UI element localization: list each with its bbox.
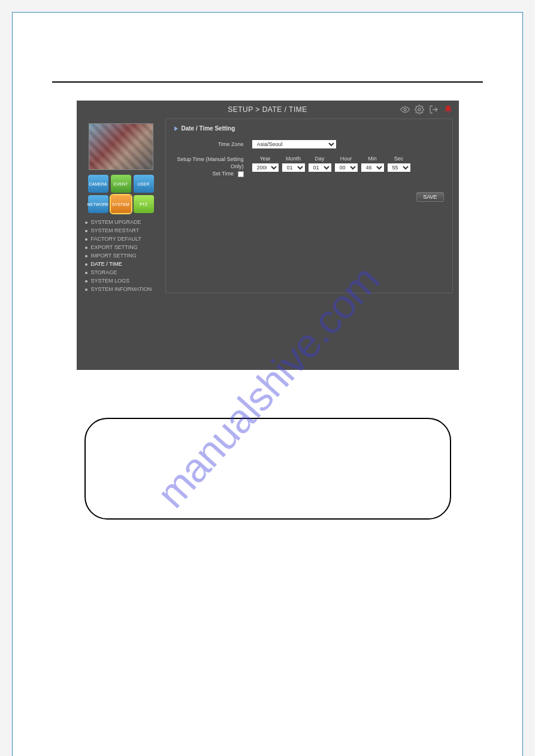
min-column: Min 46 xyxy=(361,156,384,172)
time-grid: Year 2000 Month 01 Day 01 Hour xyxy=(252,156,410,172)
sidebar-item-date-time[interactable]: DATE / TIME xyxy=(83,260,159,268)
note-box xyxy=(84,418,451,520)
settime-row: Setup Time (Manual Setting Only) Set Tim… xyxy=(174,156,444,177)
sidebar-item-system-restart[interactable]: SYSTEM RESTART xyxy=(83,226,159,235)
svg-point-1 xyxy=(418,108,421,111)
sec-column: Sec 55 xyxy=(388,156,410,172)
topbar: SETUP > DATE / TIME xyxy=(77,101,459,119)
main-panel: Date / Time Setting Time Zone Asia/Seoul… xyxy=(165,119,453,293)
sidebar-item-system-logs[interactable]: SYSTEM LOGS xyxy=(83,277,159,285)
sec-select[interactable]: 55 xyxy=(388,163,410,172)
nav-user-button[interactable]: USER xyxy=(134,175,154,193)
sidebar-item-export-setting[interactable]: EXPORT SETTING xyxy=(83,243,159,251)
hour-select[interactable]: 00 xyxy=(335,163,358,172)
svg-point-0 xyxy=(404,108,406,111)
horizontal-divider xyxy=(52,81,483,83)
year-column: Year 2000 xyxy=(252,156,279,172)
min-label: Min xyxy=(361,156,384,162)
gear-icon[interactable] xyxy=(415,105,424,114)
eye-icon[interactable] xyxy=(400,105,410,114)
month-label: Month xyxy=(282,156,305,162)
nav-event-button[interactable]: EVENT xyxy=(111,175,131,193)
save-button[interactable]: SAVE xyxy=(416,192,443,202)
alarm-icon[interactable] xyxy=(443,105,453,114)
sidebar-item-storage[interactable]: STORAGE xyxy=(83,268,159,277)
nav-camera-button[interactable]: CAMERA xyxy=(88,175,108,193)
day-column: Day 01 xyxy=(309,156,331,172)
month-select[interactable]: 01 xyxy=(282,163,305,172)
nav-system-button[interactable]: SYSTEM xyxy=(111,195,131,213)
month-column: Month 01 xyxy=(282,156,305,172)
year-label: Year xyxy=(252,156,279,162)
sec-label: Sec xyxy=(388,156,410,162)
nav-network-button[interactable]: NETWORK xyxy=(88,195,108,213)
app-window: SETUP > DATE / TIME CAMERAEVENTUSERNETWO… xyxy=(77,101,459,370)
hour-label: Hour xyxy=(335,156,358,162)
section-title: Date / Time Setting xyxy=(174,125,444,132)
hour-column: Hour 00 xyxy=(335,156,358,172)
min-select[interactable]: 46 xyxy=(361,163,384,172)
day-select[interactable]: 01 xyxy=(309,163,331,172)
sidebar-item-factory-default[interactable]: FACTORY DEFAULT xyxy=(83,235,159,243)
document-page: SETUP > DATE / TIME CAMERAEVENTUSERNETWO… xyxy=(12,12,523,756)
camera-preview xyxy=(89,123,153,170)
breadcrumb: SETUP > DATE / TIME xyxy=(228,105,307,114)
day-label: Day xyxy=(309,156,331,162)
settime-checkbox[interactable] xyxy=(238,171,244,177)
sidebar-item-system-information[interactable]: SYSTEM INFORMATION xyxy=(83,285,159,293)
set-time-label: Set Time xyxy=(174,170,244,177)
sidebar-item-import-setting[interactable]: IMPORT SETTING xyxy=(83,251,159,260)
sidebar-menu: SYSTEM UPGRADESYSTEM RESTARTFACTORY DEFA… xyxy=(83,218,159,293)
timezone-row: Time Zone Asia/Seoul xyxy=(174,140,444,148)
timezone-select[interactable]: Asia/Seoul xyxy=(252,140,336,148)
settime-label-group: Setup Time (Manual Setting Only) Set Tim… xyxy=(174,156,252,177)
setup-time-label: Setup Time (Manual Setting Only) xyxy=(174,156,244,170)
sidebar-item-system-upgrade[interactable]: SYSTEM UPGRADE xyxy=(83,218,159,226)
content-area: CAMERAEVENTUSERNETWORKSYSTEMPTZ SYSTEM U… xyxy=(77,119,459,299)
nav-ptz-button[interactable]: PTZ xyxy=(134,195,154,213)
timezone-label: Time Zone xyxy=(174,141,252,147)
topbar-icon-group xyxy=(400,105,453,114)
nav-grid: CAMERAEVENTUSERNETWORKSYSTEMPTZ xyxy=(83,175,159,213)
year-select[interactable]: 2000 xyxy=(252,163,279,172)
exit-icon[interactable] xyxy=(429,105,439,114)
sidebar: CAMERAEVENTUSERNETWORKSYSTEMPTZ SYSTEM U… xyxy=(83,119,159,293)
